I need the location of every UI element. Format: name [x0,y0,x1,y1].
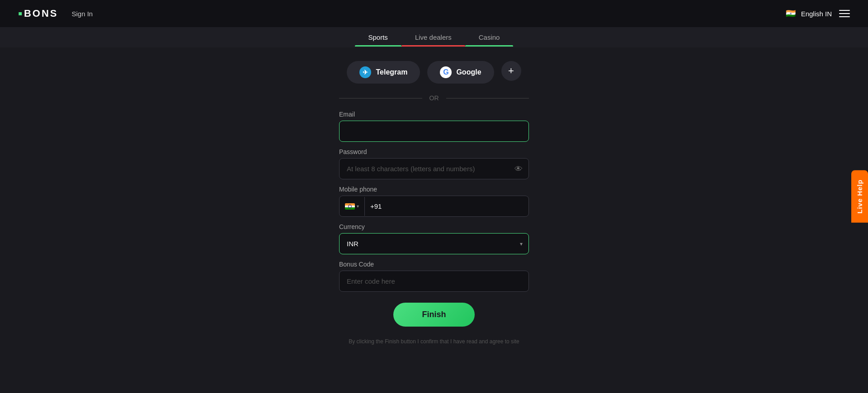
telegram-button[interactable]: ✈ Telegram [347,61,420,84]
add-social-button[interactable]: + [501,61,521,81]
form-container: Email Password 👁 Mobile phone ▾ C [339,111,529,345]
hamburger-line-3 [839,16,850,17]
sign-in-link[interactable]: Sign In [72,10,93,18]
live-help-button[interactable]: Live Help [851,170,868,223]
phone-input[interactable] [365,196,528,216]
password-wrapper: 👁 [339,158,529,179]
currency-wrapper: INR USD EUR GBP ▾ [339,233,529,254]
main-content: ✈ Telegram G Google + OR Email Password … [0,47,868,358]
flag-chevron-icon: ▾ [357,204,359,209]
tab-casino-underline [465,45,514,47]
password-input[interactable] [339,158,529,179]
bonus-group: Bonus Code [339,261,529,292]
email-group: Email [339,111,529,142]
email-label: Email [339,111,529,118]
header-right: 🇮🇳 English IN [784,7,850,20]
or-label: OR [429,94,439,102]
phone-flag-selector[interactable]: ▾ [340,197,365,216]
tab-casino-label: Casino [479,33,500,41]
tab-live-dealers-label: Live dealers [415,33,452,41]
eye-icon[interactable]: 👁 [514,164,523,173]
tab-sports-underline [355,45,401,47]
mobile-phone-group: Mobile phone ▾ [339,186,529,217]
nav-tabs: Sports Live dealers Casino [0,27,868,47]
mobile-label: Mobile phone [339,186,529,193]
finish-button[interactable]: Finish [393,303,475,327]
logo: ▪BONS [18,6,58,21]
hamburger-line-1 [839,10,850,11]
language-button[interactable]: 🇮🇳 English IN [784,7,832,20]
tab-live-dealers-underline [401,45,465,47]
google-icon: G [440,66,452,78]
password-label: Password [339,148,529,155]
tab-sports[interactable]: Sports [355,28,401,47]
telegram-label: Telegram [376,68,407,76]
or-divider: OR [339,94,529,102]
currency-select[interactable]: INR USD EUR GBP [339,233,529,254]
currency-group: Currency INR USD EUR GBP ▾ [339,223,529,254]
hamburger-line-2 [839,13,850,14]
flag-icon: 🇮🇳 [784,7,797,20]
phone-wrapper: ▾ [339,196,529,217]
social-buttons: ✈ Telegram G Google + [347,61,521,84]
telegram-icon: ✈ [359,66,371,78]
bonus-input[interactable] [339,271,529,292]
tab-casino[interactable]: Casino [465,28,514,47]
header-left: ▪BONS Sign In [18,6,93,21]
tab-sports-label: Sports [368,33,388,41]
india-flag-icon [345,203,355,210]
header: ▪BONS Sign In 🇮🇳 English IN [0,0,868,27]
footer-text: By clicking the Finish button I confirm … [339,338,529,345]
language-label: English IN [801,10,832,18]
or-line-right [446,98,529,98]
google-label: Google [456,68,481,76]
email-input[interactable] [339,121,529,142]
tab-live-dealers[interactable]: Live dealers [401,28,465,47]
google-button[interactable]: G Google [427,61,494,84]
password-group: Password 👁 [339,148,529,179]
hamburger-menu[interactable] [839,10,850,17]
or-line-left [339,98,422,98]
currency-label: Currency [339,223,529,230]
bonus-label: Bonus Code [339,261,529,268]
